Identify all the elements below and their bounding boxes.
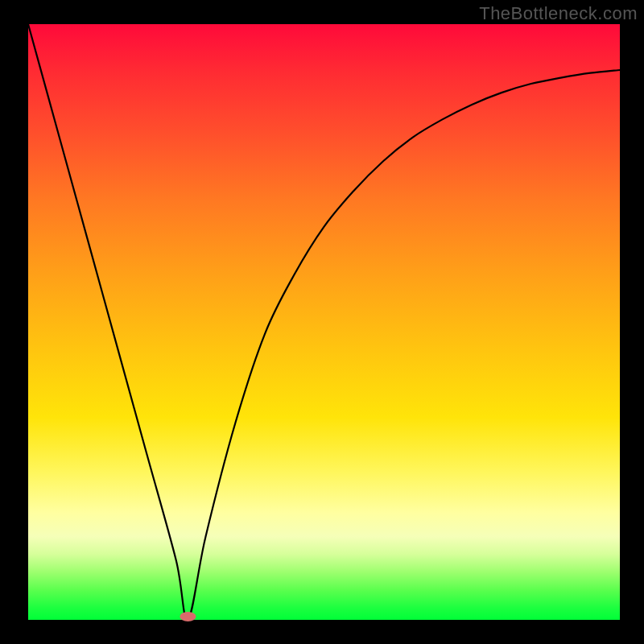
curve-svg [28,24,620,620]
minimum-marker [180,612,196,621]
chart-frame: TheBottleneck.com [0,0,644,644]
watermark-text: TheBottleneck.com [479,3,638,24]
plot-area [28,24,620,620]
bottleneck-curve-path [28,24,620,620]
